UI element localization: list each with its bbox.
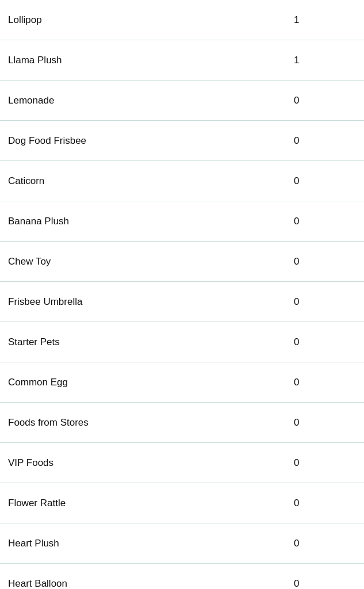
- table-row: Common Egg0: [0, 362, 364, 403]
- item-value: 0: [289, 126, 358, 156]
- table-row: Heart Plush0: [0, 523, 364, 564]
- item-value: 0: [289, 529, 358, 559]
- table-row: Foods from Stores0: [0, 403, 364, 443]
- item-value: 0: [289, 448, 358, 478]
- items-table: Lollipop1Llama Plush1Lemonade0Dog Food F…: [0, 0, 364, 589]
- item-label: Banana Plush: [6, 206, 289, 236]
- table-row: Heart Balloon0: [0, 564, 364, 589]
- table-row: Chew Toy0: [0, 242, 364, 282]
- item-value: 0: [289, 368, 358, 397]
- table-row: Frisbee Umbrella0: [0, 282, 364, 322]
- item-label: VIP Foods: [6, 448, 289, 478]
- item-value: 0: [289, 569, 358, 590]
- item-value: 1: [289, 5, 358, 35]
- item-label: Foods from Stores: [6, 408, 289, 438]
- table-row: Starter Pets0: [0, 322, 364, 362]
- table-row: Llama Plush1: [0, 40, 364, 81]
- item-label: Heart Balloon: [6, 569, 289, 590]
- table-row: Flower Rattle0: [0, 483, 364, 523]
- table-row: Banana Plush0: [0, 201, 364, 242]
- item-label: Lemonade: [6, 86, 289, 116]
- item-label: Dog Food Frisbee: [6, 126, 289, 156]
- item-value: 0: [289, 327, 358, 357]
- item-label: Chew Toy: [6, 247, 289, 277]
- item-value: 0: [289, 206, 358, 236]
- item-label: Lollipop: [6, 5, 289, 35]
- table-row: Lemonade0: [0, 81, 364, 121]
- item-value: 1: [289, 45, 358, 75]
- item-value: 0: [289, 408, 358, 438]
- table-row: Lollipop1: [0, 0, 364, 40]
- item-value: 0: [289, 287, 358, 317]
- table-row: Caticorn0: [0, 161, 364, 201]
- table-row: VIP Foods0: [0, 443, 364, 483]
- item-label: Caticorn: [6, 166, 289, 196]
- item-label: Common Egg: [6, 368, 289, 397]
- item-value: 0: [289, 488, 358, 518]
- item-label: Heart Plush: [6, 529, 289, 559]
- item-value: 0: [289, 86, 358, 116]
- item-label: Frisbee Umbrella: [6, 287, 289, 317]
- item-label: Starter Pets: [6, 327, 289, 357]
- item-value: 0: [289, 247, 358, 277]
- item-value: 0: [289, 166, 358, 196]
- item-label: Llama Plush: [6, 45, 289, 75]
- table-row: Dog Food Frisbee0: [0, 121, 364, 161]
- item-label: Flower Rattle: [6, 488, 289, 518]
